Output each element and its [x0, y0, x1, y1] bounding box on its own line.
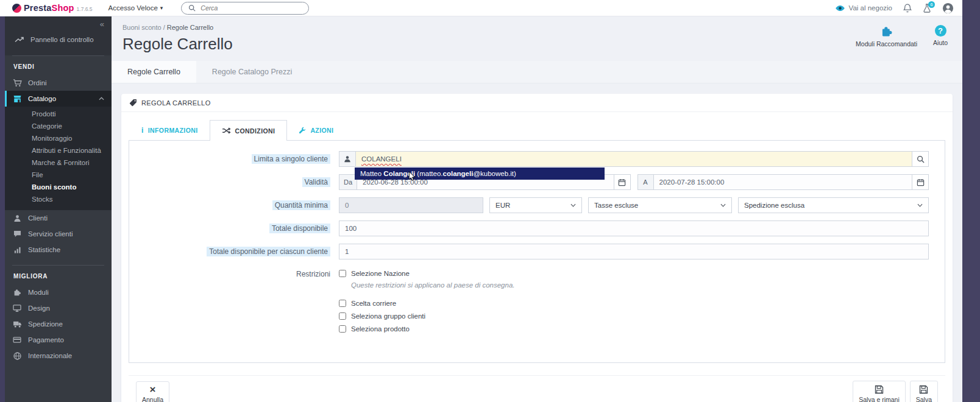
sidebar-item-shipping[interactable]: Spedizione — [5, 316, 112, 332]
restrictions-fields: Selezione Nazione Queste restrizioni si … — [339, 270, 929, 338]
catalog-submenu: Prodotti Categorie Monitoraggio Attribut… — [5, 107, 112, 210]
validity-to-input[interactable] — [653, 174, 913, 190]
total-available-input[interactable] — [339, 220, 929, 236]
checkbox[interactable] — [339, 312, 346, 320]
validity-to-group: A — [637, 174, 929, 190]
calendar-icon-button-from[interactable] — [614, 174, 631, 190]
carrier-restriction-checkbox[interactable]: Scelta corriere — [339, 300, 929, 307]
monitor-icon — [12, 305, 22, 312]
cart-rule-panel: REGOLA CARRELLO i INFORMAZIONI CONDIZION… — [121, 94, 953, 402]
sidebar-subitem-categories[interactable]: Categorie — [5, 120, 112, 132]
tab-catalog-price-rules[interactable]: Regole Catalogo Prezzi — [196, 61, 308, 83]
breadcrumb-parent[interactable]: Buoni sconto — [122, 24, 162, 31]
tab-informazioni[interactable]: i INFORMAZIONI — [130, 120, 210, 141]
shipping-select[interactable]: Spedizione esclusa — [738, 197, 929, 213]
content-header: Buoni sconto / Regole Carrello Regole Ca… — [112, 16, 962, 54]
checkbox[interactable] — [339, 270, 346, 277]
sidebar-item-dashboard[interactable]: Pannello di controllo — [12, 29, 104, 49]
view-shop-link[interactable]: Vai al negozio — [835, 4, 892, 12]
cancel-button[interactable]: × Annulla — [136, 381, 169, 402]
prestashop-logo[interactable]: PrestaShop 1.7.6.5 — [12, 3, 93, 13]
country-restriction-note: Queste restrizioni si applicano al paese… — [351, 281, 929, 289]
calendar-icon-button-to[interactable] — [912, 174, 929, 190]
sidebar-subitem-files[interactable]: File — [5, 169, 112, 181]
panel-header: REGOLA CARRELLO — [121, 94, 953, 112]
quick-access-menu[interactable]: Accesso Veloce ▾ — [108, 4, 163, 12]
search-icon — [188, 4, 196, 12]
autocomplete-suggestion[interactable]: Matteo Colangeli (matteo.colangeli@kubow… — [355, 168, 605, 180]
customer-search-input[interactable]: COLANGELI — [355, 151, 912, 167]
profile-menu[interactable] — [942, 2, 954, 14]
sidebar-item-customers[interactable]: Clienti — [5, 210, 112, 226]
save-button[interactable]: Salva — [910, 381, 938, 402]
limit-customer-field: COLANGELI Matteo Colangeli (matteo.colan… — [339, 151, 929, 167]
form-tabs: i INFORMAZIONI CONDIZIONI — [130, 120, 945, 141]
person-icon — [339, 151, 355, 167]
restrictions-label: Restrizioni — [145, 270, 339, 279]
brand-name: PrestaShop — [24, 3, 74, 13]
tab-cart-rules[interactable]: Regole Carrello — [112, 61, 196, 83]
sidebar-item-design[interactable]: Design — [5, 300, 112, 316]
total-per-customer-input[interactable] — [339, 244, 929, 259]
sidebar-subitem-products[interactable]: Prodotti — [5, 108, 112, 120]
group-restriction-checkbox[interactable]: Seleziona gruppo clienti — [339, 312, 929, 320]
panel-body: i INFORMAZIONI CONDIZIONI — [121, 112, 953, 402]
sidebar-subitem-monitoring[interactable]: Monitoraggio — [5, 132, 112, 144]
catalog-block: Catalogo Prodotti Categorie Monitoraggio… — [5, 91, 112, 210]
min-quantity-input[interactable] — [339, 197, 483, 213]
sidebar-item-orders[interactable]: Ordini — [5, 75, 112, 91]
tax-select[interactable]: Tasse escluse — [588, 197, 732, 213]
notifications-bell-button[interactable] — [903, 4, 912, 13]
product-restriction-checkbox[interactable]: Seleziona prodotto — [339, 325, 929, 333]
floppy-disk-icon — [919, 385, 928, 394]
search-input[interactable] — [201, 4, 292, 12]
country-restriction-checkbox[interactable]: Selezione Nazione — [339, 270, 929, 277]
recommended-modules-button[interactable]: Moduli Raccomandati — [856, 25, 917, 48]
sidebar-subitem-cart-rules[interactable]: Buoni sconto — [5, 181, 112, 193]
breadcrumb-current: Regole Carrello — [167, 24, 213, 31]
store-icon — [12, 95, 22, 103]
min-quantity-fields: EUR Tasse escluse Spediz — [339, 197, 929, 213]
sidebar-collapse-button[interactable]: « — [12, 20, 104, 29]
sidebar-item-customer-service[interactable]: Servizio clienti — [5, 226, 112, 242]
chevron-down-icon — [720, 203, 726, 207]
tag-icon — [129, 99, 137, 107]
topbar-right: Vai al negozio 6 — [835, 2, 954, 14]
prestashop-logo-icon — [12, 4, 21, 13]
tab-azioni[interactable]: AZIONI — [287, 120, 345, 141]
cart-icon — [12, 79, 22, 87]
checkbox[interactable] — [339, 300, 346, 307]
question-mark-icon: ? — [935, 25, 946, 37]
sidebar-item-catalog[interactable]: Catalogo — [5, 91, 112, 107]
frame-edge-right — [962, 0, 980, 402]
checkbox[interactable] — [339, 325, 346, 333]
floppy-disk-icon — [875, 385, 884, 394]
total-available-label: Totale disponibile — [145, 220, 339, 236]
currency-select[interactable]: EUR — [489, 197, 582, 213]
sidebar-section-improve: MIGLIORA — [5, 266, 112, 284]
save-and-stay-button[interactable]: Salva e rimani — [853, 381, 906, 402]
sidebar-subitem-attributes[interactable]: Attributi e Funzionalità — [5, 144, 112, 157]
row-total-available: Totale disponibile — [145, 220, 929, 236]
bell-icon — [903, 4, 912, 13]
sidebar-item-modules[interactable]: Moduli — [5, 284, 112, 300]
chat-bubble-icon — [12, 230, 22, 238]
conditions-form: Limita a singolo cliente COLANGELI — [129, 140, 945, 363]
sidebar-subitem-stocks[interactable]: Stocks — [5, 193, 112, 205]
customer-search-button[interactable] — [912, 151, 929, 167]
page-title: Regole Carrello — [122, 35, 951, 54]
sidebar-item-international[interactable]: Internazionale — [5, 348, 112, 364]
topbar-search[interactable] — [181, 2, 309, 15]
customer-search-group: COLANGELI — [339, 151, 929, 167]
chevron-down-icon — [570, 203, 576, 207]
tab-condizioni[interactable]: CONDIZIONI — [210, 120, 288, 141]
help-button[interactable]: ? Aiuto — [933, 25, 948, 48]
wrench-icon — [299, 127, 306, 134]
sidebar: « Pannello di controllo VENDI Ordini Cat… — [5, 16, 112, 402]
sidebar-item-payment[interactable]: Pagamento — [5, 332, 112, 348]
shop-improve-button[interactable]: 6 — [923, 4, 931, 13]
sidebar-subitem-brands[interactable]: Marche & Fornitori — [5, 157, 112, 169]
sidebar-item-stats[interactable]: Statistiche — [5, 242, 112, 258]
row-total-per-customer: Totale disponibile per ciascun cliente — [145, 244, 929, 259]
truck-icon — [12, 320, 22, 328]
